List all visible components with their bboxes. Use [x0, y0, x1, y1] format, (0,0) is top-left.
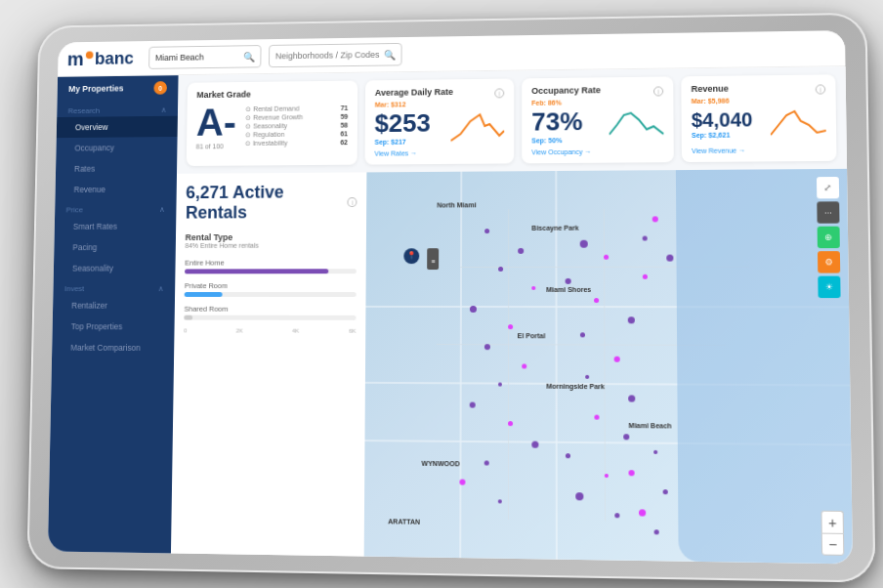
dots-btn[interactable]: ··· [817, 201, 839, 223]
label-morningside-park: Morningside Park [546, 383, 605, 390]
revenue-view-link[interactable]: View Revenue → [692, 147, 826, 154]
adr-info-icon[interactable]: i [494, 88, 504, 98]
price-chevron: ∧ [159, 205, 165, 214]
green-btn[interactable]: ⊕ [818, 227, 840, 248]
revenue-value: $4,040 [692, 108, 753, 132]
neighborhood-search-input[interactable] [275, 50, 380, 61]
sidebar-item-rentalizer[interactable]: Rentalizer [53, 295, 175, 316]
city-search-input[interactable] [155, 52, 239, 63]
sidebar-item-pacing[interactable]: Pacing [54, 236, 176, 258]
private-room-fill [185, 292, 222, 297]
revenue-card: Revenue i Mar: $5,986 $4,040 Sep: $2,621 [681, 74, 836, 162]
sidebar-item-revenue[interactable]: Revenue [55, 179, 176, 200]
cards-row: Market Grade A- 81 of 100 ⊙ Rental Deman… [177, 66, 847, 174]
metric-revenue-growth: ⊙ Revenue Growth 59 [245, 113, 348, 122]
occupancy-view-link[interactable]: View Occupancy → [531, 147, 663, 155]
occupancy-info-icon[interactable]: i [653, 86, 663, 96]
occupancy-card: Occupancy Rate i Feb: 86% 73% Sep: 50% [522, 76, 674, 163]
main-layout: My Properties 0 Research ∧ Overview Occu… [48, 66, 853, 564]
map-dots [364, 169, 853, 565]
occupancy-title: Occupancy Rate [531, 85, 601, 96]
metric-label-rg: ⊙ Revenue Growth [245, 113, 303, 121]
my-properties-badge: 0 [153, 81, 167, 95]
metric-seasonality: ⊙ Seasonality 58 [245, 122, 348, 131]
private-room-label: Private Room [185, 281, 357, 290]
sidebar-item-rates[interactable]: Rates [56, 157, 177, 179]
logo: mbanc [67, 47, 142, 69]
axis-2k: 2K [235, 328, 242, 334]
invest-chevron: ∧ [158, 284, 164, 293]
bar-axis: 0 2K 4K 6K [184, 327, 356, 333]
pacing-label: Pacing [72, 242, 97, 252]
top-properties-label: Top Properties [71, 321, 123, 331]
my-properties-label: My Properties [68, 84, 124, 94]
sidebar-item-my-properties[interactable]: My Properties 0 [58, 75, 179, 102]
sidebar-item-top-properties[interactable]: Top Properties [53, 315, 175, 337]
sidebar-item-smart-rates[interactable]: Smart Rates [55, 216, 177, 237]
revenue-label: Revenue [74, 185, 106, 194]
neighborhood-search-bar[interactable]: 🔍 [269, 43, 402, 67]
price-section[interactable]: Price ∧ [55, 199, 176, 216]
axis-0: 0 [184, 327, 187, 333]
map-background: North Miami Biscayne Park Miami Shores E… [364, 169, 853, 565]
metric-val-rg: 59 [341, 113, 349, 121]
invest-section[interactable]: Invest ∧ [53, 278, 175, 295]
label-arattan: ARATTAN [388, 518, 420, 525]
map-left-panel: 6,271 Active Rentals i Rental Type 84% E… [171, 172, 366, 556]
active-rentals-info-icon[interactable]: i [348, 197, 357, 207]
metric-label-rd: ⊙ Rental Demand [245, 105, 299, 113]
map-area[interactable]: North Miami Biscayne Park Miami Shores E… [364, 169, 853, 565]
occupancy-value: 73% [531, 106, 582, 137]
entire-home-label: Entire Home [185, 258, 357, 267]
content-area: Market Grade A- 81 of 100 ⊙ Rental Deman… [171, 66, 853, 564]
adr-view-link[interactable]: View Rates → [374, 149, 504, 157]
metric-regulation: ⊙ Regulation 61 [245, 130, 348, 139]
map-section: 6,271 Active Rentals i Rental Type 84% E… [171, 169, 853, 565]
seasonality-label: Seasonality [72, 264, 113, 273]
rental-type-heading: Rental Type [186, 232, 357, 242]
shared-room-label: Shared Room [184, 305, 356, 314]
sidebar-item-occupancy[interactable]: Occupancy [56, 137, 177, 158]
research-chevron: ∧ [161, 105, 167, 114]
market-comparison-label: Market Comparison [70, 343, 140, 353]
zoom-in-btn[interactable]: + [820, 511, 844, 533]
logo-banc: banc [95, 48, 134, 68]
adr-low-label: Sep: $217 [374, 138, 430, 145]
search-icon: 🔍 [243, 51, 255, 62]
zoom-controls: + − [820, 511, 844, 556]
label-wynwood: WYNWOOD [422, 460, 460, 467]
metric-val-reg: 61 [340, 130, 348, 138]
revenue-low-label: Sep: $2,621 [692, 131, 753, 139]
entire-home-bar [185, 269, 357, 273]
revenue-info-icon[interactable]: i [816, 84, 825, 94]
invest-label: Invest [64, 284, 85, 293]
fullscreen-btn[interactable]: ⤢ [817, 177, 839, 198]
label-miami-beach: Miami Beach [629, 422, 672, 430]
market-grade-title: Market Grade [196, 88, 348, 100]
metric-val-inv: 62 [340, 139, 348, 147]
adr-title: Average Daily Rate [375, 87, 453, 98]
logo-m: m [67, 48, 84, 69]
map-list-icon[interactable]: ≡ [427, 248, 439, 270]
market-grade-value: A- [196, 103, 236, 141]
research-section[interactable]: Research ∧ [57, 100, 178, 117]
sidebar-item-market-comparison[interactable]: Market Comparison [52, 337, 174, 358]
axis-4k: 4K [292, 328, 299, 334]
label-el-portal: El Portal [518, 332, 546, 339]
revenue-title: Revenue [692, 84, 729, 94]
map-location-pin[interactable]: 📍 [403, 248, 419, 264]
zoom-out-btn[interactable]: − [821, 533, 845, 556]
sidebar-item-overview[interactable]: Overview [57, 116, 178, 138]
shared-room-bar [184, 315, 356, 320]
metric-val-rd: 71 [341, 105, 349, 112]
price-label: Price [66, 205, 84, 214]
label-biscayne-park: Biscayne Park [531, 225, 578, 231]
sidebar-item-seasonality[interactable]: Seasonality [54, 258, 176, 279]
occupancy-sparkline [610, 105, 664, 144]
teal-btn[interactable]: ☀ [818, 276, 840, 298]
metric-label-s: ⊙ Seasonality [245, 122, 287, 130]
search-icon-2: 🔍 [384, 49, 396, 60]
city-search-bar[interactable]: 🔍 [148, 45, 261, 69]
orange-btn[interactable]: ⚙ [818, 251, 840, 273]
label-miami-shores: Miami Shores [546, 286, 591, 293]
